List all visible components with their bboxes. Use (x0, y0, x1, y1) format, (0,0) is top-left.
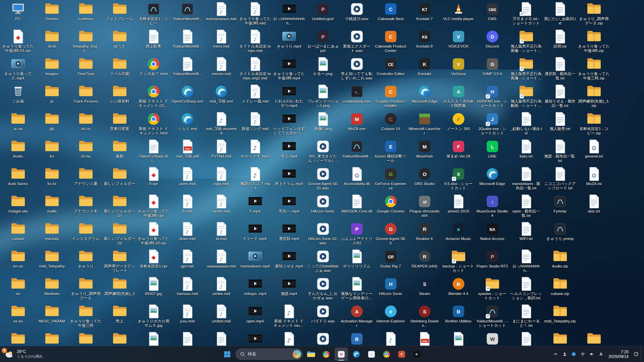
desktop-icon[interactable]: akis.txt (578, 193, 610, 214)
desktop-icon[interactable]: Fymmp (544, 193, 576, 214)
desktop[interactable]: PCGeminiruntimesフォトフレーム名称未設定1 - コピーYukku… (0, 0, 644, 346)
taskbar-app-file-explorer[interactable] (305, 348, 318, 361)
desktop-icon[interactable]: BBlender 4.4 (442, 276, 474, 296)
desktop-icon[interactable]: YukkuriMovieM... (171, 28, 203, 49)
desktop-icon[interactable]: くらり.xml (171, 111, 203, 131)
desktop-icon[interactable]: ↗無人販売不正行為 動画 - ショートカット (510, 83, 542, 108)
desktop-icon[interactable]: PDF (409, 330, 440, 346)
desktop-icon[interactable]: 選択肢 - 親作品一覧.txt (544, 56, 576, 80)
desktop-icon[interactable]: VLC media player (442, 1, 474, 21)
desktop-icon[interactable]: 井上ドラム.mp4 (273, 166, 305, 186)
desktop-icon[interactable]: プレゼンテーション1.png (307, 83, 339, 108)
search-highlight-image[interactable] (293, 350, 301, 358)
desktop-icon[interactable]: YukkuriMovieM... (171, 1, 203, 21)
desktop-icon[interactable]: 無題.mp4 (273, 276, 305, 296)
desktop-icon[interactable]: 新規 テキスト ドキュメント.html (138, 111, 169, 135)
desktop-icon[interactable] (2, 330, 34, 346)
desktop-icon[interactable]: きゅうり食ってた午後3時.zip (578, 28, 610, 53)
desktop-icon[interactable] (138, 330, 169, 346)
desktop-icon[interactable]: ♪きゅうり食ってた午後3時.mid (239, 1, 271, 25)
desktop-icon[interactable]: Accessibility.dll (341, 166, 373, 186)
desktop-icon[interactable]: ♪PVTNd.mid (205, 138, 237, 159)
desktop-icon[interactable]: 井上.mp4 (273, 138, 305, 159)
desktop-icon[interactable]: ksks.txt (510, 138, 542, 159)
desktop-icon[interactable]: ♪無題のスコア.mp3 (239, 166, 271, 190)
desktop-icon[interactable]: 孤独なインディーゲーム開発者の一生... (341, 276, 373, 300)
desktop-icon[interactable]: TimeTune (70, 56, 102, 76)
desktop-icon[interactable] (171, 330, 203, 346)
desktop-icon[interactable]: ♪gpt.mid (171, 248, 203, 268)
desktop-icon[interactable]: 画像1.png (307, 111, 339, 131)
desktop-icon[interactable]: es (2, 276, 34, 296)
taskbar-app-powerpoint[interactable]: P (395, 348, 409, 361)
desktop-icon[interactable]: open.mp4 (239, 303, 271, 323)
desktop-icon[interactable]: かるー.png (307, 56, 339, 76)
desktop-icon[interactable]: ↗無人販売不正行為 画像 - ショートカッ... (510, 28, 542, 53)
desktop-icon[interactable]: フォトフレーム (104, 1, 136, 21)
desktop-icon[interactable]: aAmazon Music (442, 221, 474, 241)
desktop-icon[interactable]: こってのhdsbfdsbぶぁ.wav (307, 248, 339, 273)
desktop-icon[interactable]: 調声用データテンプレート (104, 248, 136, 273)
desktop-icon[interactable]: ニコニコバックアップロード.txt (544, 166, 576, 190)
taskbar-app-music-app[interactable]: ♪ (365, 348, 378, 361)
desktop-icon[interactable]: BBrother Utilities (442, 303, 474, 323)
desktop-icon[interactable]: ♪b.mid (171, 193, 203, 214)
desktop-icon[interactable]: CEController Editor (375, 56, 407, 76)
desktop-icon[interactable]: H↗HDDFMT.exe - ショートカット (476, 83, 508, 108)
desktop-icon[interactable]: まにまにわーるど！.txt (510, 303, 542, 328)
desktop-icon[interactable]: EEpson 接続診断ツール (375, 138, 407, 163)
desktop-icon[interactable] (104, 330, 136, 346)
desktop-icon[interactable]: CCubase 14 (375, 111, 407, 131)
desktop-icon[interactable]: PPiapro Studio NT2 (476, 248, 508, 268)
desktop-icon[interactable]: きゅうり食ってた午後3時.cpr (138, 193, 169, 218)
desktop-icon[interactable] (205, 330, 237, 346)
desktop-icon[interactable]: アナウンス冬 (70, 193, 102, 214)
desktop-icon[interactable]: cubase (2, 221, 34, 241)
desktop-icon[interactable]: 無題 - 親作品一覧.txt (544, 138, 576, 163)
taskbar-app-browser-2[interactable] (380, 348, 393, 361)
desktop-icon[interactable]: en-us (2, 248, 34, 268)
desktop-icon[interactable]: ♪umibet.mid (205, 303, 237, 323)
desktop-icon[interactable]: ごみ箱 (2, 83, 34, 104)
desktop-icon[interactable]: きゅうり_調声用データ (70, 276, 102, 300)
desktop-icon[interactable]: W (476, 330, 508, 346)
desktop-icon[interactable]: ♪jusu.mid (171, 303, 203, 323)
desktop-icon[interactable]: GGIMP 3.0.4 (476, 56, 508, 76)
desktop-icon[interactable]: ♪ (375, 330, 407, 346)
desktop-icon[interactable]: きゅうり (70, 248, 102, 268)
desktop-icon[interactable]: OpenCvSharp.dll... (138, 138, 169, 163)
desktop-icon[interactable]: おっhhhhhhhhhh... (510, 248, 542, 273)
desktop-icon[interactable]: CCakewalk Product Center (375, 28, 407, 53)
desktop-icon[interactable]: PUntitled.ppsf (307, 1, 339, 21)
volume-icon[interactable] (588, 349, 596, 360)
desktop-icon[interactable]: ♪ (273, 330, 305, 346)
desktop-icon[interactable]: K8Kontakt 8 (409, 28, 440, 49)
desktop-icon[interactable]: DDiscord (476, 28, 508, 49)
taskbar-app-k-app[interactable]: K (410, 348, 424, 361)
desktop-icon[interactable]: インスタグラム (70, 221, 102, 241)
desktop-icon[interactable]: ko (36, 138, 68, 159)
desktop-icon[interactable]: ↗無人販売不正行為 画像 - ショートカット (510, 56, 542, 80)
desktop-icon[interactable]: バズドラ.wav (307, 303, 339, 323)
desktop-icon[interactable]: CCakewalk Next (375, 1, 407, 21)
wifi-icon[interactable] (579, 349, 587, 360)
desktop-icon[interactable]: ohhayo-.mp4 (239, 276, 271, 296)
desktop-icon[interactable]: ar-sa (2, 111, 34, 131)
desktop-icon[interactable]: WIFI.txt (510, 221, 542, 241)
desktop-icon[interactable]: eInternet Explorer (375, 303, 407, 323)
desktop-icon[interactable]: 小銭諸川.wav (341, 1, 373, 21)
desktop-icon[interactable]: きゅうり食ってた午後3時-01.cpr (2, 28, 34, 53)
desktop-icon[interactable]: Audio.zip (544, 248, 576, 268)
desktop-icon[interactable]: MMoZA.exe (341, 111, 373, 131)
desktop-icon[interactable]: Mixdown (36, 276, 68, 296)
desktop-icon[interactable]: きゅうりボカロ用サムネ.jpg (138, 303, 169, 328)
desktop-icon[interactable]: ♪mero.mid (205, 28, 237, 49)
desktop-icon[interactable]: J↗JQuake.exe - ショートカット (476, 111, 508, 135)
tray-overflow-chevron[interactable] (551, 349, 560, 360)
desktop-icon[interactable] (442, 330, 474, 346)
desktop-icon[interactable]: 9.cpr (138, 166, 169, 186)
desktop-icon[interactable]: K7Kontakt 7 (409, 1, 440, 21)
desktop-icon[interactable]: ↗backup - ショートカット (442, 248, 474, 273)
desktop-icon[interactable]: zh-cn (70, 111, 102, 131)
desktop-icon[interactable]: ♪タイトル未設定.tempo.orig1.mid (239, 56, 271, 80)
